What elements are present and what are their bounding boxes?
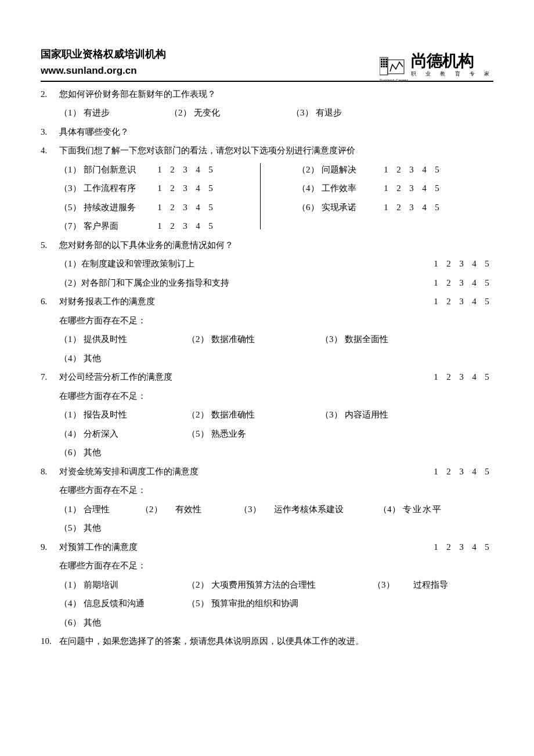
scale-5[interactable]: 12345: [153, 201, 217, 214]
q6-text: 对财务报表工作的满意度: [59, 295, 430, 308]
svg-rect-4: [381, 61, 383, 63]
q8-opt-2[interactable]: （2）有效性: [140, 503, 239, 516]
brand-cn: 尚德机构: [411, 53, 493, 69]
q9-text: 对预算工作的满意度: [59, 541, 430, 554]
q6-options: （1）提供及时性 （2）数据准确性 （3）数据全面性: [41, 333, 493, 346]
q4-item-3[interactable]: （3） 工作流程有序 12345: [59, 182, 257, 195]
q4-row-1: （1） 部门创新意识 12345 （2） 问题解决 12345: [59, 163, 493, 177]
logo-graphic-icon: [380, 55, 407, 78]
q7-options-row2: （4）分析深入 （5）熟悉业务: [41, 427, 493, 441]
q4: 4. 下面我们想了解一下您对该部门的看法，请您对以下选项分别进行满意度评价: [41, 144, 493, 157]
q8-opt-5[interactable]: （5）其他: [59, 521, 101, 535]
q7-opt-1[interactable]: （1）报告及时性: [59, 408, 187, 422]
q7: 7. 对公司经营分析工作的满意度 12345: [41, 370, 493, 384]
q9-options: （1）前期培训 （2）大项费用预算方法的合理性 （3）过程指导 （4）信息反馈和…: [41, 578, 493, 629]
q9-opt-4[interactable]: （4）信息反馈和沟通: [59, 597, 187, 610]
q5: 5. 您对财务部的以下具体业务的满意情况如何？: [41, 239, 493, 252]
q8-options: （1）合理性 （2）有效性 （3）运作考核体系建设 （4）专业水平 （5）其他: [41, 503, 493, 535]
svg-rect-10: [381, 66, 383, 67]
svg-rect-6: [385, 61, 387, 63]
q4-item-2[interactable]: （2） 问题解决 12345: [297, 163, 443, 177]
scale-1[interactable]: 12345: [153, 163, 217, 177]
q2: 2. 您如何评价财务部在新财年的工作表现？: [41, 88, 493, 101]
q5-item-1[interactable]: （1）在制度建设和管理政策制订上 12345: [41, 257, 493, 271]
q6-opt-3[interactable]: （3）数据全面性: [320, 333, 388, 346]
q7-num: 7.: [41, 370, 59, 384]
q5-scale-2[interactable]: 12345: [430, 276, 493, 290]
q9-subprompt: 在哪些方面存在不足：: [41, 559, 493, 573]
page-header: 国家职业资格权威培训机构 www.sunland.org.cn Sunland …: [41, 46, 493, 82]
q4-row-4: （7） 客户界面 12345: [59, 219, 493, 233]
q6-opt-1[interactable]: （1）提供及时性: [59, 333, 187, 346]
scale-4[interactable]: 12345: [380, 182, 443, 195]
svg-rect-5: [383, 61, 385, 63]
q6-num: 6.: [41, 295, 59, 308]
q6-scale[interactable]: 12345: [430, 295, 493, 308]
q8-scale[interactable]: 12345: [430, 465, 493, 478]
q7-opt-2[interactable]: （2）数据准确性: [187, 408, 320, 422]
brand-text-block: 尚德机构 职 业 教 育 专 家: [411, 53, 493, 78]
q8-opt-1[interactable]: （1）合理性: [59, 503, 140, 516]
scale-2[interactable]: 12345: [380, 163, 443, 177]
org-title: 国家职业资格权威培训机构: [41, 46, 166, 62]
svg-rect-2: [383, 59, 385, 60]
q6: 6. 对财务报表工作的满意度 12345: [41, 295, 493, 308]
header-right: Sunland Career 尚德机构 职 业 教 育 专 家: [380, 53, 493, 78]
svg-rect-1: [381, 59, 383, 60]
q5-item-2[interactable]: （2）对各部门和下属企业的业务指导和支持 12345: [41, 276, 493, 290]
svg-rect-9: [385, 63, 387, 65]
q8-opt-3[interactable]: （3）运作考核体系建设: [239, 503, 378, 516]
q5-scale-1[interactable]: 12345: [430, 257, 493, 271]
q8: 8. 对资金统筹安排和调度工作的满意度 12345: [41, 465, 493, 478]
q9-opt-6[interactable]: （6）其他: [59, 616, 101, 629]
q2-text: 您如何评价财务部在新财年的工作表现？: [59, 88, 493, 101]
q5-num: 5.: [41, 239, 59, 252]
q3-num: 3.: [41, 125, 59, 139]
scale-6[interactable]: 12345: [380, 201, 443, 214]
q9-opt-1[interactable]: （1）前期培训: [59, 578, 187, 592]
q7-scale[interactable]: 12345: [430, 370, 493, 384]
q7-text: 对公司经营分析工作的满意度: [59, 370, 430, 384]
q7-opt-4[interactable]: （4）分析深入: [59, 427, 187, 441]
q10-num: 10.: [41, 635, 59, 648]
q9-opt-2[interactable]: （2）大项费用预算方法的合理性: [187, 578, 373, 592]
q3-text: 具体有哪些变化？: [59, 125, 493, 139]
q6-opt-2[interactable]: （2）数据准确性: [187, 333, 320, 346]
q7-opt-3[interactable]: （3）内容适用性: [320, 408, 388, 422]
brand-logo: Sunland Career: [380, 55, 407, 78]
q8-num: 8.: [41, 465, 59, 478]
svg-rect-11: [383, 66, 385, 67]
q7-opt-5[interactable]: （5）熟悉业务: [187, 427, 246, 441]
q4-item-4[interactable]: （4） 工作效率 12345: [297, 182, 443, 195]
q9-scale[interactable]: 12345: [430, 541, 493, 554]
q2-opt-1[interactable]: （1） 有进步: [59, 106, 169, 120]
scale-3[interactable]: 12345: [153, 182, 217, 195]
q2-options: （1） 有进步 （2） 无变化 （3） 有退步: [41, 106, 493, 120]
q4-item-7[interactable]: （7） 客户界面 12345: [59, 219, 257, 233]
q8-opt-4[interactable]: （4）专业水平: [378, 503, 443, 516]
q4-text: 下面我们想了解一下您对该部门的看法，请您对以下选项分别进行满意度评价: [59, 144, 493, 157]
q7-opt-6[interactable]: （6）其他: [59, 446, 101, 459]
q6-subprompt: 在哪些方面存在不足：: [41, 314, 493, 327]
q6-opt-4[interactable]: （4）其他: [59, 352, 101, 365]
q7-options-row1: （1）报告及时性 （2）数据准确性 （3）内容适用性: [41, 408, 493, 422]
q8-subprompt: 在哪些方面存在不足：: [41, 484, 493, 497]
q4-divider: [260, 163, 261, 229]
q9-opt-3[interactable]: （3）过程指导: [373, 578, 448, 592]
svg-rect-7: [381, 63, 383, 65]
q10: 10. 在问题中，如果您选择了的答案，烦请您具体说明原因，以便具体工作的改进。: [41, 635, 493, 648]
scale-7[interactable]: 12345: [153, 219, 217, 233]
q4-num: 4.: [41, 144, 59, 157]
q4-item-5[interactable]: （5） 持续改进服务 12345: [59, 201, 257, 214]
q2-opt-2[interactable]: （2） 无变化: [169, 106, 291, 120]
q7-options-row3: （6）其他: [41, 446, 493, 459]
svg-rect-12: [385, 66, 387, 67]
q2-opt-3[interactable]: （3） 有退步: [291, 106, 342, 120]
q4-item-1[interactable]: （1） 部门创新意识 12345: [59, 163, 257, 177]
q4-item-6[interactable]: （6） 实现承诺 12345: [297, 201, 443, 214]
q7-subprompt: 在哪些方面存在不足：: [41, 390, 493, 403]
q4-grid: （1） 部门创新意识 12345 （2） 问题解决 12345 （3） 工作流程…: [41, 163, 493, 233]
q9-opt-5[interactable]: （5）预算审批的组织和协调: [187, 597, 298, 610]
q4-row-3: （5） 持续改进服务 12345 （6） 实现承诺 12345: [59, 201, 493, 214]
brand-tagline: 职 业 教 育 专 家: [411, 70, 493, 78]
